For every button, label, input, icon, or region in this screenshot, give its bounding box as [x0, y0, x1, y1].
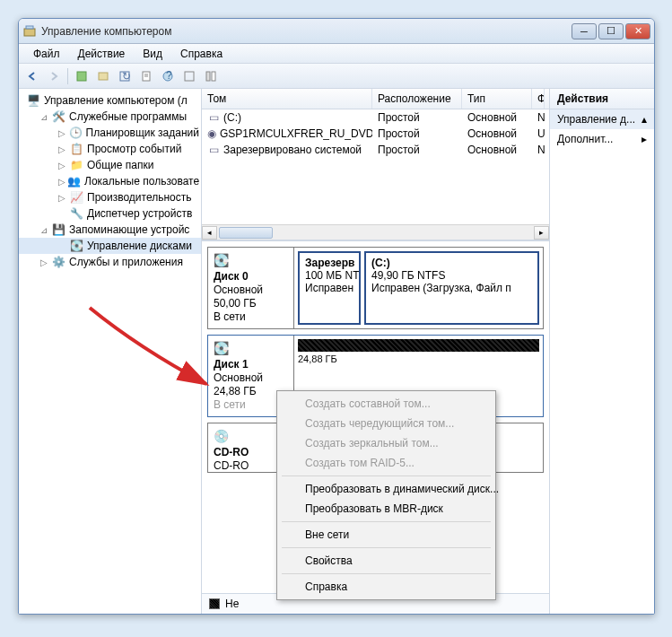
collapse-icon[interactable]: ⊿ — [40, 225, 49, 235]
volume-row[interactable]: ▭Зарезервировано системой Простой Основн… — [202, 142, 549, 158]
volume-row[interactable]: ◉GSP1RMCULXFRER_RU_DVD (E:) Простой Осно… — [202, 126, 549, 142]
menu-convert-dynamic[interactable]: Преобразовать в динамический диск... — [280, 479, 493, 499]
actions-panel: Действия Управление д...▴ Дополнит...▸ — [550, 89, 654, 614]
toolbar-icon[interactable] — [201, 66, 221, 86]
svg-rect-12 — [206, 72, 210, 81]
action-item[interactable]: Дополнит...▸ — [550, 129, 654, 149]
chevron-up-icon: ▴ — [641, 113, 647, 126]
help-icon[interactable]: ? — [158, 66, 178, 86]
scroll-right-button[interactable]: ▸ — [534, 226, 549, 240]
drive-icon: ▭ — [207, 111, 220, 124]
svg-text:?: ? — [166, 70, 172, 82]
svg-rect-13 — [212, 72, 215, 81]
menu-offline[interactable]: Вне сети — [280, 525, 493, 545]
expand-icon[interactable]: ▷ — [58, 128, 66, 138]
folder-icon: 📁 — [69, 158, 83, 172]
expand-icon[interactable]: ▷ — [58, 144, 67, 154]
menu-separator — [282, 573, 491, 574]
svg-text:↻: ↻ — [122, 70, 131, 83]
disk-icon: 💽 — [214, 341, 288, 355]
menu-properties[interactable]: Свойства — [280, 551, 493, 571]
scroll-thumb[interactable] — [219, 227, 273, 239]
expand-icon[interactable]: ▷ — [58, 161, 67, 170]
tools-icon: 🛠️ — [51, 109, 65, 124]
svg-rect-1 — [26, 26, 33, 29]
menu-action[interactable]: Действие — [69, 46, 135, 62]
refresh-icon[interactable]: ↻ — [115, 66, 135, 86]
partition[interactable]: (C:) 49,90 ГБ NTFS Исправен (Загрузка, Ф… — [364, 251, 539, 325]
horizontal-scrollbar[interactable]: ◂ ▸ — [202, 224, 549, 240]
nav-forward-button[interactable] — [44, 66, 64, 86]
svg-rect-0 — [24, 29, 35, 36]
expand-icon[interactable]: ▷ — [58, 193, 67, 203]
volume-row[interactable]: ▭(C:) Простой Основной N — [202, 109, 549, 126]
menu-help[interactable]: Справка — [171, 46, 231, 62]
close-button[interactable]: ✕ — [625, 23, 650, 39]
tree-item-events[interactable]: ▷📋Просмотр событий — [19, 141, 201, 157]
properties-icon[interactable] — [136, 66, 156, 86]
disk-row[interactable]: 💽 Диск 0 Основной 50,00 ГБ В сети Зарезе… — [207, 247, 544, 329]
disk-label[interactable]: 💽 Диск 0 Основной 50,00 ГБ В сети — [208, 248, 294, 328]
menu-separator — [282, 521, 491, 522]
menu-create-spanned[interactable]: Создать составной том... — [280, 394, 493, 414]
expand-icon[interactable]: ▷ — [58, 177, 65, 187]
partition-unallocated[interactable] — [298, 339, 539, 352]
toolbar-icon[interactable] — [72, 66, 92, 86]
tree-group-services[interactable]: ▷⚙️Службы и приложения — [19, 254, 201, 270]
nav-tree[interactable]: 🖥️Управление компьютером (л ⊿🛠️Служебные… — [19, 89, 202, 614]
tree-group-storage[interactable]: ⊿💾Запоминающие устройс — [19, 222, 201, 238]
window-title: Управление компьютером — [41, 25, 572, 38]
tree-item-perf[interactable]: ▷📈Производительность — [19, 189, 201, 205]
services-icon: ⚙️ — [51, 255, 65, 269]
menu-view[interactable]: Вид — [134, 46, 171, 62]
menu-help[interactable]: Справка — [280, 577, 493, 597]
nav-back-button[interactable] — [22, 66, 42, 86]
col-layout[interactable]: Расположение — [372, 89, 462, 109]
maximize-button[interactable]: ☐ — [598, 23, 624, 39]
toolbar-icon[interactable] — [93, 66, 113, 86]
toolbar-icon[interactable] — [179, 66, 199, 86]
col-type[interactable]: Тип — [462, 89, 532, 109]
menu-create-raid5[interactable]: Создать том RAID-5... — [280, 453, 493, 473]
computer-icon: 🖥️ — [26, 93, 40, 108]
menu-separator — [282, 547, 491, 548]
svg-rect-2 — [77, 72, 86, 81]
app-icon — [22, 24, 37, 39]
context-menu: Создать составной том... Создать чередую… — [276, 390, 496, 600]
tree-item-diskmgmt[interactable]: 💽Управление дисками — [19, 238, 201, 254]
scroll-left-button[interactable]: ◂ — [202, 226, 217, 240]
device-icon: 🔧 — [69, 206, 83, 221]
titlebar[interactable]: Управление компьютером ─ ☐ ✕ — [19, 19, 654, 44]
tree-group-tools[interactable]: ⊿🛠️Служебные программы — [19, 109, 201, 125]
users-icon: 👥 — [67, 174, 81, 188]
menu-convert-mbr[interactable]: Преобразовать в MBR-диск — [280, 499, 493, 519]
svg-rect-11 — [185, 72, 194, 81]
action-item[interactable]: Управление д...▴ — [550, 109, 654, 129]
volume-header: Том Расположение Тип Ф — [202, 89, 549, 109]
legend-swatch — [209, 598, 220, 609]
col-fs[interactable]: Ф — [532, 89, 545, 109]
menubar: Файл Действие Вид Справка — [19, 44, 654, 64]
volume-list: Том Расположение Тип Ф ▭(C:) Простой Осн… — [202, 89, 549, 241]
menu-create-mirrored[interactable]: Создать зеркальный том... — [280, 433, 493, 453]
menu-separator — [282, 476, 491, 476]
legend-label: He — [225, 598, 239, 610]
partition[interactable]: Зарезерв 100 МБ NT Исправен — [298, 251, 361, 325]
collapse-icon[interactable]: ⊿ — [40, 112, 49, 122]
event-icon: 📋 — [69, 142, 83, 156]
menu-file[interactable]: Файл — [24, 46, 69, 62]
tree-root[interactable]: 🖥️Управление компьютером (л — [19, 92, 201, 109]
svg-rect-3 — [99, 73, 108, 80]
tree-item-scheduler[interactable]: ▷🕒Планировщик заданий — [19, 125, 201, 141]
tree-item-users[interactable]: ▷👥Локальные пользовате — [19, 173, 201, 189]
minimize-button[interactable]: ─ — [572, 23, 597, 39]
col-volume[interactable]: Том — [202, 89, 372, 109]
toolbar: ↻ ? — [19, 64, 654, 89]
menu-create-striped[interactable]: Создать чередующийся том... — [280, 414, 493, 433]
tree-item-devmgr[interactable]: 🔧Диспетчер устройств — [19, 205, 201, 222]
clock-icon: 🕒 — [68, 126, 82, 140]
expand-icon[interactable]: ▷ — [40, 257, 49, 267]
drive-icon: ▭ — [207, 144, 220, 156]
tree-item-shared[interactable]: ▷📁Общие папки — [19, 157, 201, 173]
storage-icon: 💾 — [51, 223, 65, 237]
